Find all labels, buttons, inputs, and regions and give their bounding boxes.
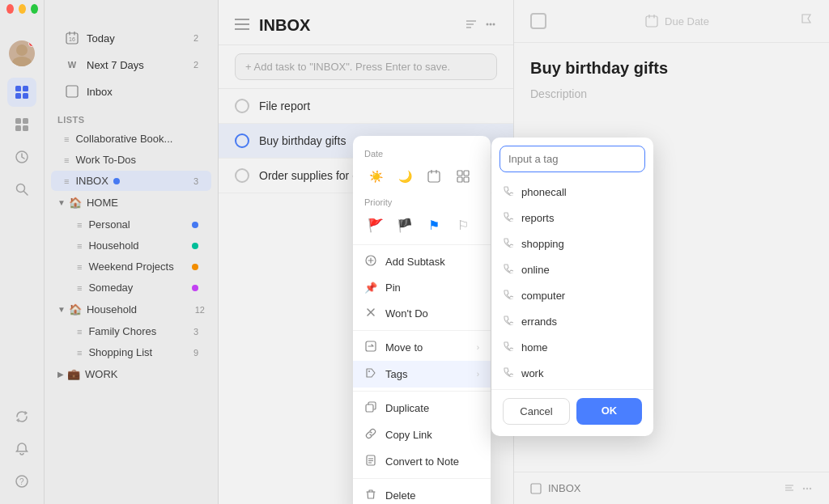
tags-arrow: › [477, 370, 479, 379]
minimize-button[interactable] [19, 4, 26, 14]
convert-to-note-icon [364, 455, 377, 468]
tag-icon [503, 289, 513, 302]
tag-work[interactable]: work [491, 360, 653, 386]
menu-copy-link[interactable]: Copy Link [353, 421, 491, 448]
pin-icon: 📌 [364, 282, 377, 294]
move-to-arrow: › [477, 343, 479, 352]
tag-reports[interactable]: reports [491, 205, 653, 231]
tag-actions: Cancel OK [491, 389, 653, 428]
menu-wont-do[interactable]: Won't Do [353, 300, 491, 327]
menu-duplicate-label: Duplicate [385, 402, 479, 414]
tag-input[interactable] [500, 146, 645, 172]
tag-shopping[interactable]: shopping [491, 231, 653, 256]
date-calendar-btn[interactable] [423, 165, 445, 188]
tag-input-container [491, 146, 653, 179]
menu-convert-to-note-label: Convert to Note [385, 455, 479, 468]
move-to-icon [364, 341, 377, 354]
menu-duplicate[interactable]: Duplicate [353, 395, 491, 421]
tag-dropdown: phonecall reports shopping online comput… [491, 138, 653, 436]
tag-icon [503, 315, 513, 328]
priority-medium[interactable]: ⚑ [423, 214, 445, 236]
menu-wont-do-label: Won't Do [385, 307, 479, 320]
date-label: Date [364, 149, 479, 159]
menu-add-subtask-label: Add Subtask [385, 256, 479, 268]
tag-icon [503, 211, 513, 224]
svg-rect-39 [428, 172, 440, 182]
priority-urgent[interactable]: 🚩 [364, 214, 387, 236]
menu-move-to-label: Move to [385, 341, 469, 354]
menu-pin-label: Pin [385, 282, 479, 294]
menu-section-actions: Add Subtask 📌 Pin Won't Do [353, 245, 491, 331]
delete-icon [364, 489, 377, 502]
tag-online-label: online [521, 264, 550, 276]
priority-high[interactable]: 🏴 [393, 214, 416, 236]
duplicate-icon [364, 401, 377, 415]
wont-do-icon [364, 307, 377, 320]
ok-button[interactable]: OK [576, 398, 642, 425]
tag-computer-label: computer [521, 290, 565, 302]
menu-move-to[interactable]: Move to › [353, 334, 491, 361]
tag-errands-label: errands [521, 316, 557, 328]
svg-rect-45 [464, 177, 469, 182]
tags-icon [364, 367, 377, 381]
tag-icon [503, 366, 513, 379]
tag-home[interactable]: home [491, 334, 653, 360]
tag-reports-label: reports [521, 212, 554, 224]
titlebar [0, 0, 45, 18]
date-grid-btn[interactable] [452, 165, 474, 188]
date-icons: ☀️ 🌙 [364, 165, 479, 188]
date-sun-btn[interactable]: ☀️ [364, 165, 387, 188]
menu-copy-link-label: Copy Link [385, 429, 479, 441]
tag-phonecall[interactable]: phonecall [491, 179, 653, 205]
copy-link-icon [364, 428, 377, 442]
svg-rect-53 [366, 404, 373, 412]
tag-phonecall-label: phonecall [521, 186, 567, 198]
add-subtask-icon [364, 255, 377, 269]
menu-tags-label: Tags [385, 368, 469, 380]
tag-errands[interactable]: errands [491, 308, 653, 334]
date-section: Date ☀️ 🌙 [353, 141, 491, 193]
tag-online[interactable]: online [491, 256, 653, 282]
close-button[interactable] [6, 4, 14, 14]
tag-icon [503, 237, 513, 250]
menu-section-organize: Move to › Tags › [353, 331, 491, 392]
menu-delete-label: Delete [385, 489, 479, 502]
menu-tags[interactable]: Tags › [353, 361, 491, 388]
svg-rect-43 [464, 171, 469, 176]
tag-work-label: work [521, 367, 543, 379]
priority-none[interactable]: ⚐ [452, 214, 474, 236]
maximize-button[interactable] [31, 4, 38, 14]
menu-pin[interactable]: 📌 Pin [353, 275, 491, 300]
tag-icon [503, 263, 513, 276]
menu-section-extras: Duplicate Copy Link Convert to Note [353, 392, 491, 479]
date-moon-btn[interactable]: 🌙 [393, 165, 416, 188]
tag-computer[interactable]: computer [491, 282, 653, 308]
tag-icon [503, 185, 513, 198]
tag-shopping-label: shopping [521, 238, 564, 250]
tag-icon [503, 341, 513, 354]
svg-point-52 [368, 371, 370, 372]
svg-rect-42 [457, 171, 462, 176]
priority-section: Priority 🚩 🏴 ⚑ ⚐ [353, 193, 491, 245]
svg-rect-44 [457, 177, 462, 182]
menu-add-subtask[interactable]: Add Subtask [353, 248, 491, 275]
priority-flags: 🚩 🏴 ⚑ ⚐ [364, 214, 479, 236]
menu-convert-to-note[interactable]: Convert to Note [353, 448, 491, 475]
menu-section-delete: Delete [353, 479, 491, 504]
context-menu: Date ☀️ 🌙 Priority 🚩 🏴 ⚑ ⚐ Add Subtask [353, 136, 491, 504]
tag-home-label: home [521, 341, 548, 354]
cancel-button[interactable]: Cancel [503, 398, 570, 425]
priority-label: Priority [364, 197, 479, 207]
menu-delete[interactable]: Delete [353, 482, 491, 504]
